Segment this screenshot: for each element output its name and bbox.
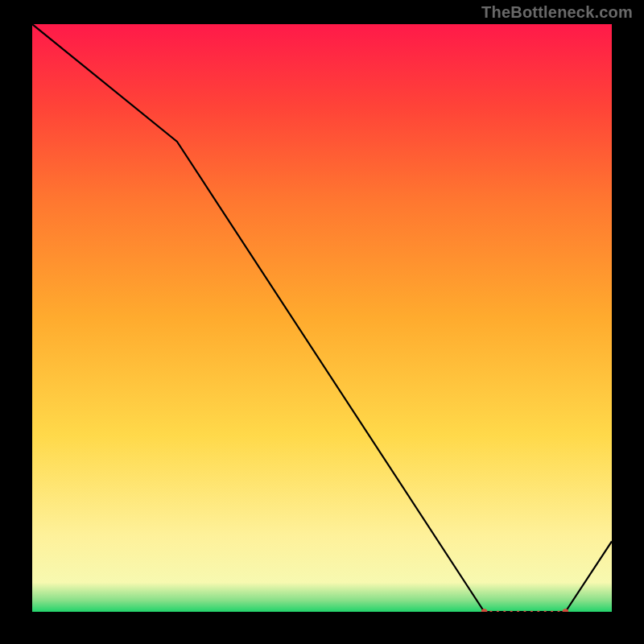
gradient-background [32,24,612,612]
attribution-text: TheBottleneck.com [481,3,633,22]
chart-svg [32,24,612,612]
bottleneck-chart [32,24,612,612]
